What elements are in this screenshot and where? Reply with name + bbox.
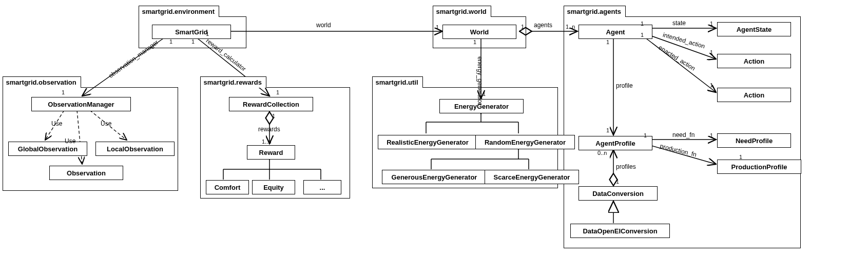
class-agentstate: AgentState: [717, 22, 791, 36]
rel-use-2: Use: [101, 120, 111, 127]
class-dataopeneiconversion: DataOpenEIConversion: [570, 224, 670, 238]
class-ellipsis: ...: [303, 180, 341, 194]
rel-state: state: [672, 19, 686, 27]
class-smartgrid: SmartGrid: [152, 25, 231, 39]
pkg-world-label: smartgrid.world: [433, 6, 491, 17]
rel-obsmgr: observation_manager: [107, 38, 160, 80]
class-dataconversion: DataConversion: [578, 186, 658, 201]
m-rc-1: 1: [272, 113, 275, 119]
pkg-agents-label: smartgrid.agents: [564, 6, 626, 17]
uml-diagram: smartgrid.environment SmartGrid smartgri…: [0, 0, 868, 257]
m-agent-state-1b: 1: [710, 21, 713, 27]
pkg-util: smartgrid.util EnergyGenerator Realistic…: [372, 87, 558, 188]
class-scarceeg: ScarceEnergyGenerator: [485, 170, 579, 184]
m-sg-world-1a: 1: [206, 31, 209, 37]
m-dc-1: 1: [616, 179, 619, 185]
pkg-observation: smartgrid.observation ObservationManager…: [3, 87, 178, 191]
class-generouseg: GenerousEnergyGenerator: [382, 170, 487, 184]
m-rew-1: 1: [276, 89, 279, 95]
m-ap-need-1a: 1: [644, 132, 647, 139]
class-agentprofile: AgentProfile: [578, 136, 652, 150]
m-agent-prof-1b: 1: [606, 127, 609, 133]
pkg-rewards-label: smartgrid.rewards: [200, 76, 266, 88]
class-rewardcollection: RewardCollection: [229, 97, 313, 111]
rel-profiles: profiles: [616, 163, 636, 170]
class-reward: Reward: [247, 145, 295, 160]
class-randomeg: RandomEnergyGenerator: [475, 135, 575, 149]
rel-use-3b: Use: [65, 137, 75, 145]
m-sg-world-1b: 1: [436, 24, 439, 30]
pkg-observation-label: smartgrid.observation: [3, 76, 81, 88]
class-action-2: Action: [717, 88, 791, 102]
rel-profile: profile: [616, 82, 633, 89]
rel-use-1: Use: [51, 120, 62, 127]
m-sg-obs-1: 1: [169, 38, 172, 45]
m-ap-profiles-0n: 0..n: [597, 150, 607, 156]
pkg-environment-label: smartgrid.environment: [139, 6, 220, 17]
class-localobservation: LocalObservation: [95, 142, 175, 156]
class-observationmanager: ObservationManager: [31, 97, 131, 111]
rel-rewards: rewards: [258, 126, 280, 133]
class-action-1: Action: [717, 54, 791, 68]
m-agents-1n: 1..n: [566, 24, 575, 30]
rel-world: world: [316, 22, 331, 29]
pkg-rewards: smartgrid.rewards RewardCollection Rewar…: [200, 87, 350, 199]
class-realisticeg: RealisticEnergyGenerator: [378, 135, 477, 149]
class-world: World: [442, 25, 516, 39]
class-productionprofile: ProductionProfile: [717, 160, 801, 174]
pkg-world: smartgrid.world World: [433, 16, 526, 48]
class-equity: Equity: [252, 180, 295, 194]
class-observation: Observation: [49, 166, 123, 180]
class-comfort: Comfort: [206, 180, 249, 194]
rel-energygen: energy_generator: [476, 56, 484, 105]
m-agent-ia-1b: 1: [710, 49, 713, 55]
rel-needfn: need_fn: [672, 131, 695, 139]
class-needprofile: NeedProfile: [717, 133, 791, 148]
pkg-util-label: smartgrid.util: [372, 76, 423, 88]
m-agent-ea-1b: 1: [710, 82, 713, 88]
m-agent-state-1a: 1: [641, 21, 644, 27]
m-agent-prof-1a: 1: [606, 39, 609, 45]
m-world-eg-1a: 1: [473, 39, 476, 45]
m-sg-rew-1: 1: [191, 38, 195, 45]
m-world-agents-1: 1: [521, 24, 524, 30]
rel-agents: agents: [534, 22, 552, 29]
m-rew-1n: 1..n: [262, 139, 271, 145]
m-world-eg-1b: 1: [483, 91, 486, 97]
m-agent-ia-1a: 1: [641, 32, 644, 38]
m-obs-1: 1: [62, 89, 65, 95]
m-ap-prod-1b: 1: [739, 154, 742, 160]
m-ap-need-1b: 1: [710, 132, 713, 139]
